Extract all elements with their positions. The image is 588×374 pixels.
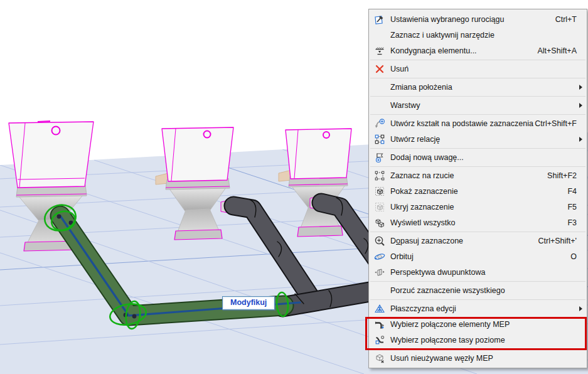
menu-item-delete[interactable]: Usuń [369,61,587,77]
menu-item-select-activate-tool[interactable]: Zaznacz i uaktywnij narzędzie [369,27,587,43]
menu-item-select-connected-horizontal-routes[interactable]: Wybierz połączone tasy poziome [369,332,587,348]
menu-item-label: Ustawienia wybranego rurociągu [390,15,504,24]
menu-item-fit-selection[interactable]: Dopasuj zaznaczone Ctrl+Shift+' [369,233,587,248]
select-on-plan-icon [373,169,386,181]
menu-separator [370,148,585,149]
pipe-settings-icon [373,13,386,25]
menu-item-element-story[interactable]: Kondygnacja elementu... Alt+Shift+A [369,43,587,58]
menu-separator [370,114,585,115]
modify-tooltip: Modyfikuj [222,296,275,310]
menu-separator [370,60,585,60]
menu-item-delete-unused-mep-nodes[interactable]: Usuń nieużywane węzły MEP [369,350,587,366]
delete-icon [373,63,386,75]
menu-item-show-all[interactable]: Wyświetl wszystko F3 [369,215,587,230]
mep-connected-elements-icon [373,318,386,330]
story-level-icon [373,45,386,56]
menu-item-hide-selection[interactable]: Ukryj zaznaczenie F5 [369,199,587,215]
menu-separator [370,78,585,78]
fit-selection-icon [373,235,386,247]
menu-item-create-relation[interactable]: Utwórz relację [369,131,587,147]
menu-item-orbit[interactable]: Orbituj O [369,248,587,264]
editing-plane-icon [373,302,386,314]
create-relation-icon [373,133,386,145]
application-window: Modyfikuj Ustawienia wybranego rurociągu… [0,0,588,374]
orbit-icon [373,250,386,262]
add-note-icon [373,151,386,163]
morph-from-selection-icon [373,117,386,129]
menu-separator [370,166,585,167]
menu-item-deselect-all[interactable]: Porzuć zaznaczenie wszystkiego [369,282,587,298]
menu-item-move[interactable]: Zmiana położenia [369,79,587,95]
menu-separator [370,96,585,97]
submenu-arrow-icon [579,85,582,90]
menu-item-layers[interactable]: Warstwy [369,97,587,113]
menu-separator [370,281,585,282]
menu-item-morph-from-selection[interactable]: Utwórz kształt na podstawie zaznaczenia … [369,115,587,131]
menu-item-select-connected-mep-elements[interactable]: Wybierz połączone elementy MEP [369,316,587,332]
menu-separator [370,349,585,350]
menu-item-two-point-perspective[interactable]: Perspektywa dwupunktowa [369,264,587,280]
menu-item-show-selection[interactable]: Pokaż zaznaczenie F4 [369,183,587,199]
submenu-arrow-icon [579,103,582,108]
menu-separator [370,299,585,300]
submenu-arrow-icon [579,306,582,311]
show-selection-icon [373,185,386,197]
menu-item-add-note[interactable]: Dodaj nową uwagę... [369,149,587,165]
menu-item-pipe-settings[interactable]: Ustawienia wybranego rurociągu Ctrl+T [369,11,587,27]
submenu-arrow-icon [579,137,582,142]
menu-separator [370,232,585,232]
menu-item-select-on-plan[interactable]: Zaznacz na rzucie Shift+F2 [369,168,587,183]
context-menu: Ustawienia wybranego rurociągu Ctrl+T Za… [368,9,587,368]
show-all-icon [373,216,386,228]
menu-item-label: Zaznacz i uaktywnij narzędzie [390,31,494,40]
two-point-perspective-icon [373,266,386,278]
delete-mep-nodes-icon [373,352,386,364]
menu-item-editing-plane[interactable]: Płaszczyzna edycji [369,301,587,316]
mep-connected-routes-icon [373,334,386,346]
menu-item-shortcut: Ctrl+T [555,15,577,24]
hide-selection-icon [373,201,386,213]
